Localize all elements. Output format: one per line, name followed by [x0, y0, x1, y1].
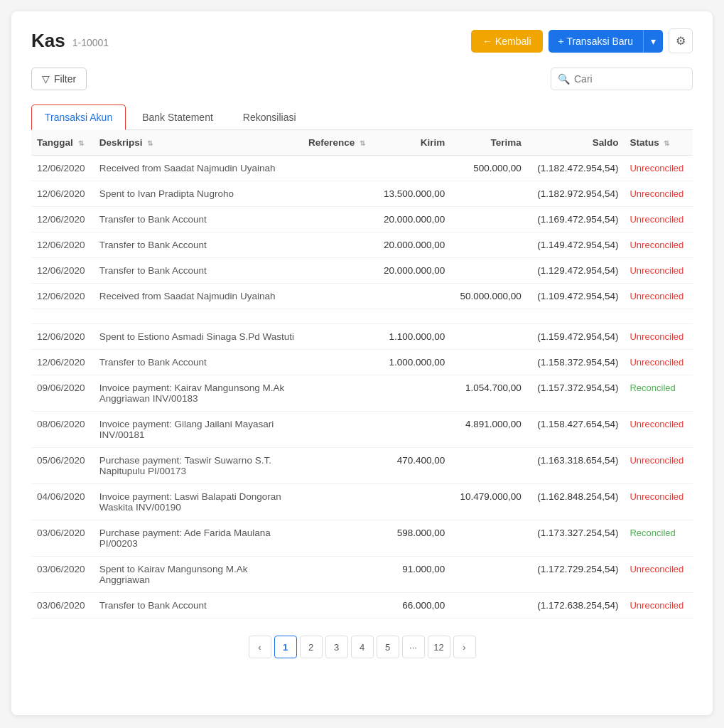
tab-bank-statement[interactable]: Bank Statement — [129, 105, 227, 130]
cell-kirim: 1.100.000,00 — [374, 324, 451, 350]
cell-kirim: 1.000.000,00 — [374, 350, 451, 375]
account-code: 1-10001 — [72, 37, 109, 48]
pagination-prev[interactable]: ‹ — [249, 636, 271, 658]
cell-kirim: 20.000.000,00 — [374, 207, 451, 232]
cell-reference — [303, 520, 374, 557]
cell-terima — [450, 309, 527, 324]
table-row[interactable]: 12/06/2020 Transfer to Bank Account 20.0… — [31, 232, 693, 258]
cell-reference — [303, 309, 374, 324]
table-row[interactable]: 12/06/2020 Received from Saadat Najmudin… — [31, 156, 693, 181]
sort-icon-status[interactable]: ⇅ — [664, 139, 669, 147]
cell-kirim — [374, 412, 451, 448]
table-row[interactable]: 03/06/2020 Spent to Kairav Mangunsong M.… — [31, 557, 693, 593]
search-box: 🔍 — [551, 68, 693, 90]
cell-saldo: (1.109.472.954,54) — [527, 284, 625, 309]
cell-saldo — [527, 309, 625, 324]
cell-saldo: (1.169.472.954,54) — [527, 207, 625, 232]
table-row[interactable]: 03/06/2020 Purchase payment: Ade Farida … — [31, 520, 693, 557]
cell-tanggal: 03/06/2020 — [31, 557, 94, 593]
back-button[interactable]: ← Kembali — [471, 30, 542, 53]
filter-button[interactable]: ▽ Filter — [31, 68, 87, 90]
cell-saldo: (1.158.372.954,54) — [527, 350, 625, 375]
pagination-next[interactable]: › — [453, 636, 476, 658]
new-transaction-group: + Transaksi Baru ▾ — [549, 30, 663, 53]
search-input[interactable] — [551, 68, 693, 90]
cell-terima: 1.054.700,00 — [450, 375, 527, 412]
cell-terima — [450, 207, 527, 232]
cell-saldo: (1.162.848.254,54) — [527, 484, 625, 520]
table-row[interactable]: 12/06/2020 Transfer to Bank Account 1.00… — [31, 350, 693, 375]
cell-deskripsi: Transfer to Bank Account — [94, 207, 303, 232]
pagination-page-1[interactable]: 1 — [274, 636, 297, 658]
pagination-page-5[interactable]: 5 — [377, 636, 399, 658]
tab-rekonsiliasi[interactable]: Rekonsiliasi — [229, 105, 310, 130]
cell-kirim: 470.400,00 — [374, 448, 451, 484]
table-row[interactable]: 12/06/2020 Spent to Ivan Pradipta Nugroh… — [31, 181, 693, 207]
cell-terima — [450, 258, 527, 284]
col-reference: Reference ⇅ — [303, 130, 374, 156]
cell-deskripsi: Purchase payment: Ade Farida Maulana PI/… — [94, 520, 303, 557]
cell-kirim: 20.000.000,00 — [374, 258, 451, 284]
cell-deskripsi: Spent to Ivan Pradipta Nugroho — [94, 181, 303, 207]
table-row[interactable]: 12/06/2020 Transfer to Bank Account 20.0… — [31, 258, 693, 284]
cell-terima: 4.891.000,00 — [450, 412, 527, 448]
table-row[interactable]: 04/06/2020 Invoice payment: Laswi Balapa… — [31, 484, 693, 520]
table-row[interactable]: 12/06/2020 Transfer to Bank Account 20.0… — [31, 207, 693, 232]
cell-kirim: 598.000,00 — [374, 520, 451, 557]
col-tanggal: Tanggal ⇅ — [31, 130, 94, 156]
page-title: Kas — [31, 30, 65, 52]
sort-icon-deskripsi[interactable]: ⇅ — [147, 139, 153, 147]
cell-tanggal: 12/06/2020 — [31, 156, 94, 181]
cell-status: Unreconciled — [624, 484, 693, 520]
cell-status — [624, 309, 693, 324]
table-row[interactable] — [31, 309, 693, 324]
cell-kirim — [374, 375, 451, 412]
table-row[interactable]: 12/06/2020 Spent to Estiono Asmadi Sinag… — [31, 324, 693, 350]
cell-terima — [450, 448, 527, 484]
cell-reference — [303, 484, 374, 520]
settings-button[interactable]: ⚙ — [669, 28, 693, 53]
table-wrapper: Tanggal ⇅ Deskripsi ⇅ Reference ⇅ Kirim … — [31, 130, 693, 619]
cell-saldo: (1.172.729.254,54) — [527, 557, 625, 593]
cell-terima — [450, 350, 527, 375]
cell-tanggal: 12/06/2020 — [31, 181, 94, 207]
tab-transaksi-akun[interactable]: Transaksi Akun — [31, 105, 126, 130]
table-row[interactable]: 08/06/2020 Invoice payment: Gilang Jaila… — [31, 412, 693, 448]
cell-status: Unreconciled — [624, 324, 693, 350]
cell-tanggal: 04/06/2020 — [31, 484, 94, 520]
cell-tanggal: 12/06/2020 — [31, 324, 94, 350]
cell-terima — [450, 557, 527, 593]
table-row[interactable]: 12/06/2020 Received from Saadat Najmudin… — [31, 284, 693, 309]
pagination-page-2[interactable]: 2 — [300, 636, 323, 658]
pagination-page-4[interactable]: 4 — [351, 636, 374, 658]
cell-saldo: (1.159.472.954,54) — [527, 324, 625, 350]
sort-icon-reference[interactable]: ⇅ — [360, 139, 365, 147]
cell-kirim: 91.000,00 — [374, 557, 451, 593]
cell-kirim: 13.500.000,00 — [374, 181, 451, 207]
table-row[interactable]: 03/06/2020 Transfer to Bank Account 66.0… — [31, 593, 693, 619]
pagination-ellipsis: ··· — [402, 636, 425, 658]
cell-tanggal: 12/06/2020 — [31, 207, 94, 232]
cell-status: Unreconciled — [624, 207, 693, 232]
cell-saldo: (1.172.638.254,54) — [527, 593, 625, 619]
cell-tanggal: 12/06/2020 — [31, 232, 94, 258]
col-status: Status ⇅ — [624, 130, 693, 156]
cell-terima: 500.000,00 — [450, 156, 527, 181]
new-transaction-dropdown-button[interactable]: ▾ — [643, 30, 663, 53]
cell-status: Unreconciled — [624, 593, 693, 619]
cell-tanggal: 03/06/2020 — [31, 593, 94, 619]
pagination-page-3[interactable]: 3 — [325, 636, 348, 658]
cell-reference — [303, 375, 374, 412]
cell-reference — [303, 156, 374, 181]
table-row[interactable]: 09/06/2020 Invoice payment: Kairav Mangu… — [31, 375, 693, 412]
cell-reference — [303, 448, 374, 484]
pagination-page-12[interactable]: 12 — [428, 636, 450, 658]
new-transaction-button[interactable]: + Transaksi Baru — [549, 30, 643, 53]
sort-icon-tanggal[interactable]: ⇅ — [78, 139, 84, 147]
cell-status: Reconciled — [624, 520, 693, 557]
cell-tanggal: 05/06/2020 — [31, 448, 94, 484]
table-row[interactable]: 05/06/2020 Purchase payment: Taswir Suwa… — [31, 448, 693, 484]
cell-kirim — [374, 156, 451, 181]
cell-saldo: (1.158.427.654,54) — [527, 412, 625, 448]
cell-kirim — [374, 284, 451, 309]
